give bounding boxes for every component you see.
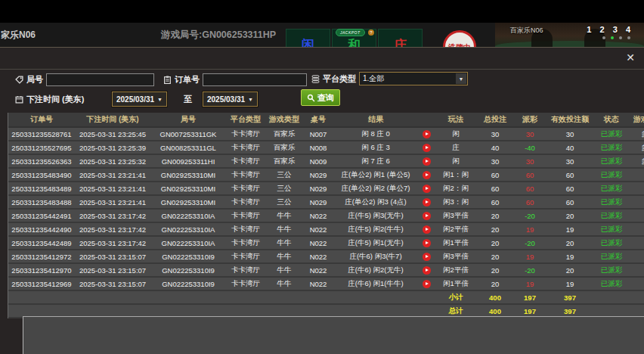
replay-icon[interactable] (423, 280, 431, 288)
dealer-video-feed[interactable]: 百家乐N06 1 2 3 4 (495, 23, 644, 47)
date-from-picker[interactable]: 2025/03/31 ▼ (112, 92, 167, 107)
col-payout: 派彩 (513, 113, 546, 127)
cell-status: 已派彩 (593, 141, 630, 154)
cell-platform: 卡卡湾厅 (226, 127, 265, 141)
platform-select-value: 1.全部 (363, 73, 384, 84)
cell-total-bet: 60 (477, 195, 513, 209)
cell-order: 250331235412972 (8, 250, 75, 263)
cell-game-type: 牛牛 (265, 209, 303, 222)
col-replay (418, 113, 435, 127)
cell-order: 250331235442489 (8, 236, 75, 250)
chevron-down-icon: ▼ (157, 97, 163, 102)
cell-play-type: 闲 (435, 154, 477, 168)
cell-order: 250331235528761 (8, 127, 75, 141)
cell-platform: 卡卡湾厅 (226, 277, 265, 290)
subtotal-total-bet: 400 (477, 290, 513, 304)
cell-game-type: 三公 (265, 195, 303, 209)
replay-icon[interactable] (423, 171, 431, 179)
cell-game-type: 百家乐 (265, 141, 303, 154)
replay-icon[interactable] (423, 185, 431, 193)
replay-icon[interactable] (423, 225, 431, 234)
replay-icon[interactable] (423, 212, 431, 220)
cell-replay (418, 263, 435, 277)
cell-payout: 60 (513, 195, 546, 209)
cell-status: 已派彩 (593, 182, 630, 195)
subtotal-payout: 197 (513, 290, 546, 304)
replay-icon[interactable] (423, 130, 431, 138)
cell-game-type: 三公 (265, 182, 303, 195)
col-game-type: 游戏类型 (265, 113, 303, 127)
replay-icon[interactable] (423, 198, 431, 206)
table-row: 250331235483490 2025-03-31 23:21:41 GN02… (8, 168, 644, 182)
replay-icon[interactable] (423, 144, 431, 152)
cell-replay (418, 141, 435, 154)
cell-status: 已派彩 (593, 195, 630, 209)
cell-platform: 卡卡湾厅 (226, 222, 265, 236)
cell-table-no: N029 (303, 168, 333, 182)
jackpot-help-icon[interactable]: ? (368, 30, 374, 36)
cell-bet-time: 2025-03-31 23:15:07 (75, 250, 150, 263)
cell-order: 250331235483488 (8, 195, 75, 209)
table-row: 250331235442490 2025-03-31 23:17:42 GN02… (8, 222, 644, 236)
cell-game-type: 百家乐 (265, 154, 303, 168)
subtotal-valid-bet: 397 (546, 290, 593, 304)
cell-game-mode: - (630, 168, 644, 182)
cell-total-bet: 20 (477, 222, 513, 236)
subtotal-label: 小计 (435, 290, 477, 304)
cell-round: GN022253310I9 (150, 277, 226, 290)
cell-play-type: 闲3平倍 (435, 250, 477, 263)
cell-table-no: N022 (303, 277, 333, 290)
cell-play-type: 闲1平倍 (435, 277, 477, 290)
cell-order: 250331235483489 (8, 182, 75, 195)
bet-zone-banker[interactable]: 庄 (378, 29, 423, 48)
close-icon[interactable]: ✕ (626, 52, 635, 63)
cell-total-bet: 30 (477, 154, 513, 168)
cell-play-type: 闲3：闲 (435, 195, 477, 209)
panel-divider (0, 69, 644, 70)
replay-icon[interactable] (423, 266, 431, 275)
bet-zone-player[interactable]: 闲 (286, 29, 330, 48)
cell-bet-time: 2025-03-31 23:15:07 (75, 277, 150, 290)
replay-icon[interactable] (423, 157, 431, 166)
table-row: 250331235412972 2025-03-31 23:15:07 GN02… (8, 250, 644, 263)
platform-select[interactable]: 1.全部 ▼ (359, 72, 468, 85)
replay-icon[interactable] (423, 239, 431, 247)
table-row: 250331235483489 2025-03-31 23:21:41 GN02… (8, 182, 644, 195)
table-name-label: 家乐N06 (1, 29, 36, 42)
date-to-picker[interactable]: 2025/03/31 ▼ (203, 92, 258, 107)
cell-bet-time: 2025-03-31 23:15:07 (75, 263, 150, 277)
cell-game-type: 百家乐 (265, 127, 303, 141)
cell-bet-time: 2025-03-31 23:17:42 (75, 222, 150, 236)
cell-status: 已派彩 (593, 250, 630, 263)
table-row: 250331235483488 2025-03-31 23:21:41 GN02… (8, 195, 644, 209)
round-filter-label: 局号 (26, 74, 43, 85)
table-row: 250331235528761 2025-03-31 23:25:45 GN00… (8, 127, 644, 141)
col-platform: 平台类型 (226, 113, 265, 127)
search-button[interactable]: 查询 (301, 89, 340, 106)
order-input[interactable] (203, 73, 307, 86)
cell-status: 已派彩 (593, 127, 630, 141)
cell-game-mode: - (630, 277, 644, 290)
search-button-label: 查询 (317, 92, 334, 104)
cell-replay (418, 168, 435, 182)
cell-bet-time: 2025-03-31 23:25:32 (75, 154, 150, 168)
cell-replay (418, 277, 435, 290)
cell-order: 250331235527695 (8, 141, 75, 154)
cell-table-no: N022 (303, 222, 333, 236)
cell-platform: 卡卡湾厅 (226, 236, 265, 250)
cell-bet-time: 2025-03-31 23:21:41 (75, 168, 150, 182)
cell-result: 闲 7 庄 6 (333, 154, 418, 168)
round-input[interactable] (46, 73, 154, 86)
cell-order: 250331235442491 (8, 209, 75, 222)
tag-icon (15, 76, 23, 84)
cell-payout: 19 (513, 222, 546, 236)
cell-game-type: 牛牛 (265, 222, 303, 236)
cell-order: 250331235412969 (8, 277, 75, 290)
platform-stack-icon (311, 75, 320, 83)
cell-payout: 19 (513, 250, 546, 263)
bet-zone-tie[interactable]: JACKPOT ? 和 (332, 29, 376, 48)
cell-round: GN022253310IA (150, 222, 226, 236)
replay-icon[interactable] (423, 253, 431, 261)
clipboard-icon (163, 76, 172, 84)
cell-round: GN029253310MI (150, 195, 226, 209)
